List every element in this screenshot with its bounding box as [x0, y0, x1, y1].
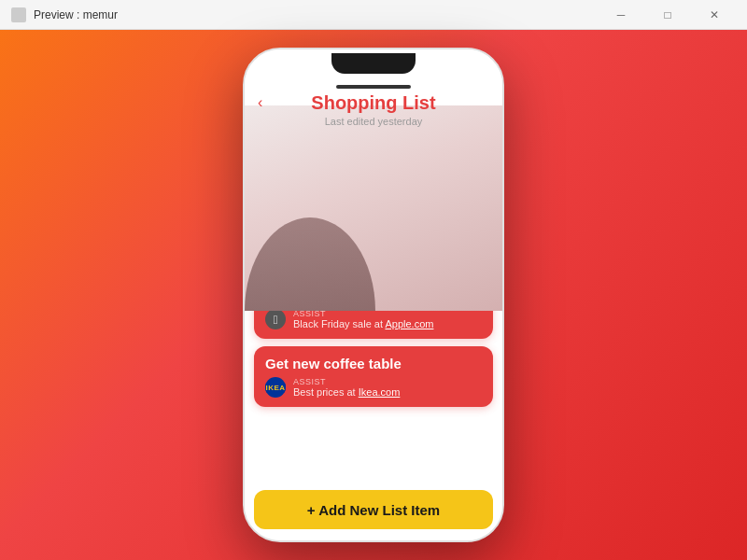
screen-background — [245, 105, 502, 311]
app-icon — [11, 7, 26, 22]
assist-text-group: Assist Best prices at Ikea.com — [293, 377, 400, 398]
item-assist:  Assist Black Friday sale at Apple.com — [265, 309, 482, 329]
maximize-button[interactable]: □ — [646, 0, 689, 30]
screen-title: Shopping List — [260, 92, 487, 114]
bg-silhouette — [245, 124, 385, 311]
assist-detail: Black Friday sale at Apple.com — [293, 318, 433, 329]
apple-icon:  — [265, 309, 286, 329]
minimize-button[interactable]: ─ — [599, 0, 642, 30]
add-button-area: + Add New List Item — [245, 483, 502, 540]
assist-text-group: Assist Black Friday sale at Apple.com — [293, 309, 433, 329]
main-area: ‹ Shopping List Last edited yesterday Sh… — [0, 30, 747, 560]
screen-subtitle: Last edited yesterday — [260, 116, 487, 127]
assist-detail: Best prices at Ikea.com — [293, 386, 400, 398]
ikea-logo-text: IKEA — [265, 383, 286, 393]
apple-symbol:  — [274, 313, 278, 327]
ikea-link[interactable]: Ikea.com — [359, 386, 401, 398]
phone-notch — [331, 53, 416, 74]
item-title: Get new coffee table — [265, 356, 482, 371]
list-item[interactable]: Get new coffee table IKEA Assist Best pr… — [254, 346, 493, 407]
close-button[interactable]: ✕ — [693, 0, 736, 30]
titlebar: Preview : memur ─ □ ✕ — [0, 0, 747, 30]
phone-frame: ‹ Shopping List Last edited yesterday Sh… — [243, 48, 504, 542]
apple-link[interactable]: Apple.com — [385, 318, 433, 329]
screen-header: ‹ Shopping List Last edited yesterday — [245, 77, 502, 134]
ikea-icon: IKEA — [265, 377, 286, 398]
window-controls: ─ □ ✕ — [599, 0, 736, 30]
back-button[interactable]: ‹ — [258, 94, 262, 111]
item-assist: IKEA Assist Best prices at Ikea.com — [265, 377, 482, 398]
assist-label: Assist — [293, 377, 400, 386]
add-new-item-button[interactable]: + Add New List Item — [254, 490, 493, 529]
phone-top — [245, 49, 502, 77]
screen-content: ‹ Shopping List Last edited yesterday Sh… — [245, 77, 502, 540]
titlebar-title: Preview : memur — [34, 8, 592, 21]
